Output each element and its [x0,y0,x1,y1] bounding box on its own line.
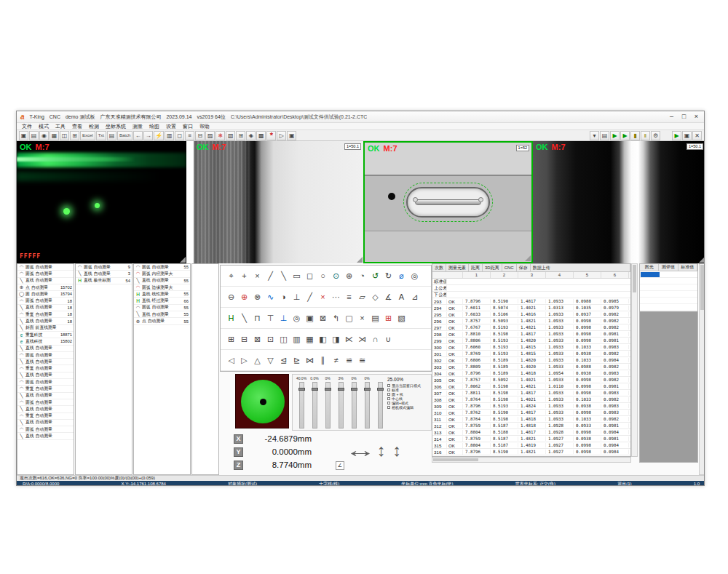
graphics-row[interactable] [640,278,697,284]
light-slider[interactable] [374,376,386,428]
list-item[interactable]: ◠ 圆弧 自动测量 55 [134,264,190,271]
list-item[interactable]: ╲ 斜面 前直线测量 [17,325,74,332]
geometry-tool-icon[interactable]: ⊙ [331,271,341,281]
geometry-tool-icon[interactable]: ≠ [331,356,341,365]
geometry-tool-icon[interactable]: ⊵ [292,356,301,365]
minimize-button[interactable]: – [665,112,678,121]
toolbar-button[interactable]: ▾ [590,131,599,140]
menu-item[interactable]: 绘图 [149,123,159,130]
list-item[interactable]: ⊕ 点 自动测量 15702 [17,284,74,291]
table-row[interactable]: 295 OK 7.6033 8.5106 1.4816 1.0933 0.093… [432,311,630,318]
list-item[interactable]: ◠ 圆弧 内径测量大 [134,271,190,277]
list-item[interactable]: ◠ 圆弧 自动测量 [17,352,74,359]
geometry-tool-icon[interactable]: ╲ [279,271,288,281]
table-tab[interactable]: 保存 [517,264,531,271]
table-row[interactable]: 307 OK 7.8811 8.5198 1.4817 1.0933 0.099… [432,390,630,396]
table-row[interactable]: 297 OK 7.6767 8.5193 1.4821 1.0933 0.099… [432,324,630,331]
geometry-tool-icon[interactable]: ⊞ [384,314,393,323]
scrollbar-thumb[interactable] [633,265,636,292]
geometry-tool-icon[interactable]: ↰ [331,314,341,323]
geometry-tool-icon[interactable]: ▥ [292,335,301,344]
geometry-tool-icon[interactable]: H [226,314,236,323]
table-tab[interactable]: 测量元素 [446,264,469,271]
geometry-tool-icon[interactable]: ▽ [266,356,275,365]
geometry-tool-icon[interactable]: ∪ [384,335,393,344]
table-row[interactable]: 309 OK 7.8796 8.5193 1.4824 1.0933 0.093… [432,403,630,410]
slider-thumb[interactable] [364,388,371,391]
table-row[interactable]: 314 OK 7.8759 8.5187 1.4821 1.0927 0.093… [432,436,630,442]
toolbar-button[interactable]: ▦ [50,131,59,140]
toolbar-button[interactable] [661,131,671,140]
toolbar-button[interactable]: ▶ [620,131,630,140]
toolbar-button[interactable]: ◫ [60,131,69,140]
table-row[interactable]: 312 OK 7.8759 8.5187 1.4818 1.0928 0.093… [432,423,630,429]
list-item[interactable]: ◠ 圆弧 自动测量 [17,399,74,406]
maximize-button[interactable]: □ [678,112,690,121]
list-item[interactable]: ◠ 重复 自动测量 18 [17,311,74,318]
toolbar-button[interactable]: ▶ [672,131,681,140]
list-item[interactable]: e 重复科技 18871 [17,332,74,338]
toolbar-button[interactable]: ▤ [29,131,39,140]
geometry-tool-icon[interactable]: ◇ [371,292,380,302]
geometry-tool-icon[interactable]: △ [253,356,262,365]
list-item[interactable]: ◠ 圆弧 自动测量 [17,379,74,386]
list-item[interactable]: ╲ 直线 自动测量 [17,346,74,352]
menu-item[interactable]: 文件 [22,123,32,130]
toolbar-button[interactable]: ▨ [205,131,215,140]
list-item[interactable]: ╲ 直线 自动测量 18 [17,305,74,311]
list-item[interactable]: H 直线 线性测量 55 [134,291,190,298]
list-item[interactable]: ◠ 圆弧 自动测量 9 [76,264,132,271]
jog-vertical-icon[interactable]: ↕ [393,441,402,461]
toolbar-button[interactable]: ▷ [277,131,286,140]
geometry-tool-icon[interactable]: ≌ [344,356,354,365]
toolbar-button[interactable]: Txt [96,131,106,140]
list-item[interactable]: ◠ 圆弧 自动测量 [17,264,74,271]
list-item[interactable]: ╲ 直线 自动测量 [17,359,74,365]
table-row[interactable]: 304 OK 7.8796 8.5189 1.4818 1.0954 0.093… [432,370,630,377]
scrollbar-thumb[interactable] [700,265,704,310]
light-slider[interactable]: 0% [322,376,333,428]
geometry-tool-icon[interactable]: ⊤ [266,314,275,323]
geometry-tool-icon[interactable]: ▷ [240,356,249,365]
geometry-tool-icon[interactable]: × [318,292,328,302]
geometry-tool-icon[interactable]: ⌀ [397,271,406,281]
toolbar-button[interactable]: ⚡ [154,131,164,140]
geometry-tool-icon[interactable]: ◔ [357,271,367,281]
list-item[interactable]: ◠ 重复 自动测量 [17,365,74,372]
camera-view-4[interactable]: OK M:7 1=50.1 [533,141,705,263]
list-item[interactable]: ◠ 圆弧 自动测量 55 [134,305,190,311]
list-item[interactable]: ◠ 圆弧 边缘测量大 [134,284,190,291]
toolbar-button[interactable] [297,131,589,140]
table-tab[interactable]: 次数 [432,264,446,271]
toolbar-button[interactable]: ▶ [610,131,620,140]
slider-track[interactable] [339,382,344,428]
table-tab[interactable]: 距离 [469,264,483,271]
geometry-tool-icon[interactable]: ╲ [240,314,249,323]
checkbox-icon[interactable] [387,406,390,409]
list-item[interactable]: ◠ 重复 自动测量 [17,413,74,420]
geometry-tool-icon[interactable]: ⊡ [266,335,275,344]
table-row[interactable]: 316 OK 7.8796 8.5190 1.4821 1.0927 0.099… [432,449,630,455]
resize-grip-icon[interactable] [699,257,705,263]
menu-item[interactable]: 模式 [39,123,49,130]
toolbar-button[interactable]: ← [133,131,143,140]
toolbar-button[interactable]: ⊞ [70,131,79,140]
geometry-tool-icon[interactable]: ∡ [384,292,393,302]
list-item[interactable]: H 直线 经过测量 66 [134,298,190,304]
toolbar-button[interactable]: ✕ [692,131,702,140]
geometry-tool-icon[interactable]: ╱ [266,271,275,281]
table-row[interactable]: 315 OK 7.8804 8.5187 1.4819 1.0927 0.099… [432,442,630,449]
geometry-tool-icon[interactable]: ◎ [410,271,419,281]
list-item[interactable]: ◠ 圆弧 自动测量 [17,426,74,433]
graphics-row[interactable] [640,271,697,278]
geometry-tool-icon[interactable]: ⊓ [253,314,262,323]
geometry-tool-icon[interactable]: ▤ [371,314,380,323]
geometry-tool-icon[interactable]: ⋈ [305,356,314,365]
geometry-tool-icon[interactable]: ◑ [279,292,288,302]
graphics-row[interactable] [640,304,697,311]
geometry-tool-icon[interactable]: ↺ [371,271,380,281]
list-item[interactable]: ⊕ 点 自动测量 55 [134,318,190,324]
list-item[interactable]: ◠ 圆弧 自动测量 [17,271,74,277]
resize-grip-icon[interactable] [180,257,186,263]
slider-track[interactable] [325,382,331,428]
